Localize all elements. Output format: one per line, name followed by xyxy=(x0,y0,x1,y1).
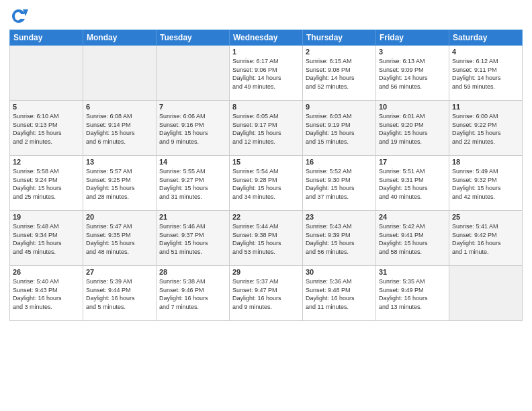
day-info: Sunrise: 5:38 AM Sunset: 9:46 PM Dayligh… xyxy=(159,277,226,311)
day-number: 22 xyxy=(232,213,300,221)
day-info: Sunrise: 5:51 AM Sunset: 9:31 PM Dayligh… xyxy=(379,167,446,201)
day-header-wednesday: Wednesday xyxy=(230,30,303,46)
day-number: 27 xyxy=(86,268,153,276)
day-number: 4 xyxy=(452,48,519,56)
day-number: 30 xyxy=(306,268,373,276)
calendar-cell xyxy=(83,46,157,101)
day-number: 14 xyxy=(159,158,226,166)
day-number: 26 xyxy=(13,268,80,276)
week-row-3: 12Sunrise: 5:58 AM Sunset: 9:24 PM Dayli… xyxy=(10,156,523,211)
day-number: 31 xyxy=(379,268,446,276)
calendar-cell: 9Sunrise: 6:03 AM Sunset: 9:19 PM Daylig… xyxy=(303,101,376,156)
day-info: Sunrise: 5:55 AM Sunset: 9:27 PM Dayligh… xyxy=(159,167,226,201)
day-info: Sunrise: 6:01 AM Sunset: 9:20 PM Dayligh… xyxy=(379,112,446,146)
week-row-4: 19Sunrise: 5:48 AM Sunset: 9:34 PM Dayli… xyxy=(10,211,523,266)
calendar-cell: 25Sunrise: 5:41 AM Sunset: 9:42 PM Dayli… xyxy=(449,211,523,266)
day-number: 11 xyxy=(452,103,519,111)
day-number: 23 xyxy=(306,213,373,221)
day-number: 28 xyxy=(159,268,226,276)
day-header-sunday: Sunday xyxy=(10,30,83,46)
day-info: Sunrise: 5:57 AM Sunset: 9:25 PM Dayligh… xyxy=(86,167,153,201)
day-number: 2 xyxy=(306,48,373,56)
day-header-tuesday: Tuesday xyxy=(157,30,230,46)
day-info: Sunrise: 6:08 AM Sunset: 9:14 PM Dayligh… xyxy=(86,112,153,146)
day-number: 9 xyxy=(306,103,373,111)
calendar-cell: 7Sunrise: 6:06 AM Sunset: 9:16 PM Daylig… xyxy=(157,101,230,156)
day-info: Sunrise: 5:43 AM Sunset: 9:39 PM Dayligh… xyxy=(306,222,373,256)
day-number: 1 xyxy=(232,48,300,56)
calendar-cell: 26Sunrise: 5:40 AM Sunset: 9:43 PM Dayli… xyxy=(10,266,83,321)
day-headers-row: SundayMondayTuesdayWednesdayThursdayFrid… xyxy=(10,30,523,46)
calendar-cell: 1Sunrise: 6:17 AM Sunset: 9:06 PM Daylig… xyxy=(230,46,303,101)
day-info: Sunrise: 5:41 AM Sunset: 9:42 PM Dayligh… xyxy=(452,222,519,256)
day-number: 25 xyxy=(452,213,519,221)
day-number: 17 xyxy=(379,158,446,166)
day-number: 21 xyxy=(159,213,226,221)
calendar-cell: 4Sunrise: 6:12 AM Sunset: 9:11 PM Daylig… xyxy=(449,46,523,101)
day-number: 3 xyxy=(379,48,446,56)
calendar-cell: 8Sunrise: 6:05 AM Sunset: 9:17 PM Daylig… xyxy=(230,101,303,156)
day-info: Sunrise: 6:10 AM Sunset: 9:13 PM Dayligh… xyxy=(13,112,80,146)
day-info: Sunrise: 5:49 AM Sunset: 9:32 PM Dayligh… xyxy=(452,167,519,201)
calendar-cell: 3Sunrise: 6:13 AM Sunset: 9:09 PM Daylig… xyxy=(376,46,449,101)
day-number: 10 xyxy=(379,103,446,111)
calendar-cell xyxy=(449,266,523,321)
day-info: Sunrise: 6:13 AM Sunset: 9:09 PM Dayligh… xyxy=(379,57,446,91)
calendar-cell: 10Sunrise: 6:01 AM Sunset: 9:20 PM Dayli… xyxy=(376,101,449,156)
day-info: Sunrise: 5:39 AM Sunset: 9:44 PM Dayligh… xyxy=(86,277,153,311)
day-info: Sunrise: 5:47 AM Sunset: 9:35 PM Dayligh… xyxy=(86,222,153,256)
day-number: 19 xyxy=(13,213,80,221)
day-number: 18 xyxy=(452,158,519,166)
day-number: 7 xyxy=(159,103,226,111)
day-info: Sunrise: 6:12 AM Sunset: 9:11 PM Dayligh… xyxy=(452,57,519,91)
calendar-cell: 20Sunrise: 5:47 AM Sunset: 9:35 PM Dayli… xyxy=(83,211,157,266)
day-header-monday: Monday xyxy=(83,30,157,46)
calendar-cell: 17Sunrise: 5:51 AM Sunset: 9:31 PM Dayli… xyxy=(376,156,449,211)
calendar-cell xyxy=(10,46,83,101)
calendar-cell: 11Sunrise: 6:00 AM Sunset: 9:22 PM Dayli… xyxy=(449,101,523,156)
calendar-cell: 14Sunrise: 5:55 AM Sunset: 9:27 PM Dayli… xyxy=(157,156,230,211)
day-info: Sunrise: 5:36 AM Sunset: 9:48 PM Dayligh… xyxy=(306,277,373,311)
day-number: 8 xyxy=(232,103,300,111)
logo xyxy=(9,7,31,26)
day-info: Sunrise: 5:46 AM Sunset: 9:37 PM Dayligh… xyxy=(159,222,226,256)
calendar-cell xyxy=(157,46,230,101)
calendar-cell: 19Sunrise: 5:48 AM Sunset: 9:34 PM Dayli… xyxy=(10,211,83,266)
calendar-cell: 30Sunrise: 5:36 AM Sunset: 9:48 PM Dayli… xyxy=(303,266,376,321)
day-header-saturday: Saturday xyxy=(449,30,523,46)
week-row-2: 5Sunrise: 6:10 AM Sunset: 9:13 PM Daylig… xyxy=(10,101,523,156)
day-number: 16 xyxy=(306,158,373,166)
day-number: 29 xyxy=(232,268,300,276)
calendar-cell: 15Sunrise: 5:54 AM Sunset: 9:28 PM Dayli… xyxy=(230,156,303,211)
calendar-cell: 12Sunrise: 5:58 AM Sunset: 9:24 PM Dayli… xyxy=(10,156,83,211)
day-number: 12 xyxy=(13,158,80,166)
day-number: 20 xyxy=(86,213,153,221)
week-row-5: 26Sunrise: 5:40 AM Sunset: 9:43 PM Dayli… xyxy=(10,266,523,321)
day-header-friday: Friday xyxy=(376,30,449,46)
day-info: Sunrise: 5:42 AM Sunset: 9:41 PM Dayligh… xyxy=(379,222,446,256)
day-number: 24 xyxy=(379,213,446,221)
calendar: SundayMondayTuesdayWednesdayThursdayFrid… xyxy=(9,30,523,321)
day-info: Sunrise: 5:48 AM Sunset: 9:34 PM Dayligh… xyxy=(13,222,80,256)
calendar-cell: 27Sunrise: 5:39 AM Sunset: 9:44 PM Dayli… xyxy=(83,266,157,321)
calendar-cell: 5Sunrise: 6:10 AM Sunset: 9:13 PM Daylig… xyxy=(10,101,83,156)
calendar-cell: 21Sunrise: 5:46 AM Sunset: 9:37 PM Dayli… xyxy=(157,211,230,266)
calendar-cell: 2Sunrise: 6:15 AM Sunset: 9:08 PM Daylig… xyxy=(303,46,376,101)
calendar-cell: 29Sunrise: 5:37 AM Sunset: 9:47 PM Dayli… xyxy=(230,266,303,321)
day-number: 6 xyxy=(86,103,153,111)
logo-icon xyxy=(9,7,28,26)
week-row-1: 1Sunrise: 6:17 AM Sunset: 9:06 PM Daylig… xyxy=(10,46,523,101)
day-info: Sunrise: 5:54 AM Sunset: 9:28 PM Dayligh… xyxy=(232,167,300,201)
day-info: Sunrise: 5:35 AM Sunset: 9:49 PM Dayligh… xyxy=(379,277,446,311)
calendar-cell: 18Sunrise: 5:49 AM Sunset: 9:32 PM Dayli… xyxy=(449,156,523,211)
day-info: Sunrise: 6:03 AM Sunset: 9:19 PM Dayligh… xyxy=(306,112,373,146)
day-info: Sunrise: 5:58 AM Sunset: 9:24 PM Dayligh… xyxy=(13,167,80,201)
day-info: Sunrise: 5:52 AM Sunset: 9:30 PM Dayligh… xyxy=(306,167,373,201)
day-info: Sunrise: 6:17 AM Sunset: 9:06 PM Dayligh… xyxy=(232,57,300,91)
day-number: 15 xyxy=(232,158,300,166)
calendar-cell: 13Sunrise: 5:57 AM Sunset: 9:25 PM Dayli… xyxy=(83,156,157,211)
day-info: Sunrise: 6:00 AM Sunset: 9:22 PM Dayligh… xyxy=(452,112,519,146)
calendar-cell: 24Sunrise: 5:42 AM Sunset: 9:41 PM Dayli… xyxy=(376,211,449,266)
calendar-cell: 23Sunrise: 5:43 AM Sunset: 9:39 PM Dayli… xyxy=(303,211,376,266)
day-info: Sunrise: 5:44 AM Sunset: 9:38 PM Dayligh… xyxy=(232,222,300,256)
